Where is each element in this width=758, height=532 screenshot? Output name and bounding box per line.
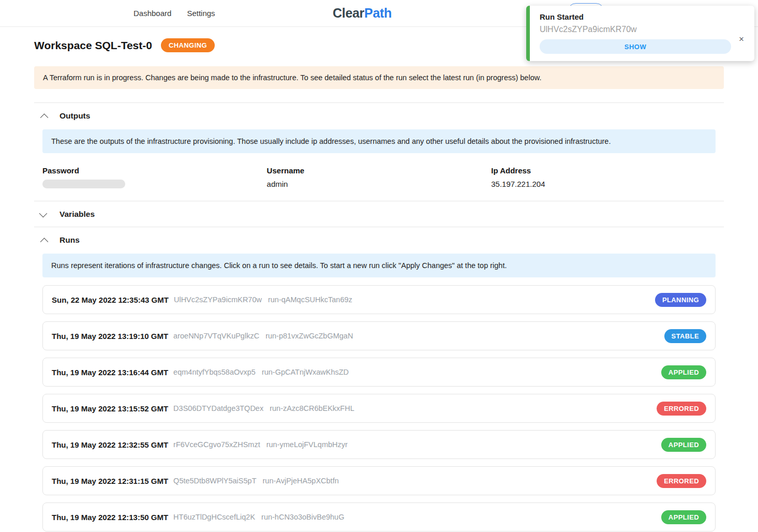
run-id: run-hCN3o3oBivBe9huG bbox=[261, 513, 344, 521]
nav-item-settings[interactable]: Settings bbox=[187, 9, 215, 18]
runs-info-box: Runs represent iterations of infrastruct… bbox=[42, 254, 716, 277]
run-status-badge: APPLIED bbox=[661, 438, 706, 452]
workspace-status-badge: CHANGING bbox=[161, 38, 215, 52]
output-field-username: Username admin bbox=[267, 166, 492, 188]
run-status-badge: PLANNING bbox=[655, 293, 706, 307]
run-workspace-id: UlHVc2sZYPa9icmKR70w bbox=[174, 295, 262, 304]
logo-text-clear: Clear bbox=[333, 6, 364, 20]
run-timestamp: Thu, 19 May 2022 13:16:44 GMT bbox=[52, 368, 168, 377]
run-timestamp: Thu, 19 May 2022 13:19:10 GMT bbox=[52, 332, 168, 341]
run-workspace-id: D3S06DTYDatdge3TQDex bbox=[173, 404, 263, 412]
logo-text-path: Path bbox=[364, 6, 392, 20]
run-started-toast: Run Started UlHVc2sZYPa9icmKR70w SHOW × bbox=[526, 6, 754, 61]
section-runs: Runs Runs represent iterations of infras… bbox=[34, 227, 724, 532]
run-row[interactable]: Thu, 19 May 2022 13:16:44 GMT eqm4ntyfYb… bbox=[42, 358, 716, 387]
run-id: run-p81vxZwGcZbGMgaN bbox=[265, 332, 353, 340]
outputs-section-header[interactable]: Outputs bbox=[34, 103, 724, 128]
run-timestamp: Sun, 22 May 2022 12:35:43 GMT bbox=[52, 295, 169, 304]
run-workspace-id: eqm4ntyfYbqs58aOvxp5 bbox=[173, 368, 256, 376]
run-status-badge: ERRORED bbox=[657, 474, 706, 488]
run-id: run-ymeLojFVLqmbHzyr bbox=[266, 440, 348, 449]
run-timestamp: Thu, 19 May 2022 12:13:50 GMT bbox=[52, 513, 168, 522]
run-row[interactable]: Thu, 19 May 2022 12:32:55 GMT rF6VceGCgv… bbox=[42, 430, 716, 459]
run-row[interactable]: Sun, 22 May 2022 12:35:43 GMT UlHVc2sZYP… bbox=[42, 285, 716, 314]
run-id: run-GpCATnjWxawKhsZD bbox=[262, 368, 349, 376]
run-workspace-id: aroeNNp7VTqVKuPglkzC bbox=[173, 332, 259, 340]
run-row[interactable]: Thu, 19 May 2022 13:19:10 GMT aroeNNp7VT… bbox=[42, 321, 716, 350]
variables-section-header[interactable]: Variables bbox=[34, 201, 724, 227]
run-id: run-qAMqcSUHkcTan69z bbox=[268, 295, 352, 304]
run-workspace-id: rF6VceGCgvo75xZHSmzt bbox=[173, 440, 260, 449]
runs-section-header[interactable]: Runs bbox=[34, 227, 724, 253]
output-field-ip-address: Ip Address 35.197.221.204 bbox=[491, 166, 716, 188]
chevron-up-icon bbox=[40, 238, 49, 246]
run-row[interactable]: Thu, 19 May 2022 12:13:50 GMT HT6uzTlDgH… bbox=[42, 503, 716, 531]
run-status-badge: APPLIED bbox=[661, 365, 706, 379]
toast-accent-bar bbox=[526, 6, 530, 61]
nav-links: Dashboard Settings bbox=[133, 9, 215, 18]
runs-section-title: Runs bbox=[60, 235, 80, 245]
field-label: Password bbox=[42, 166, 267, 175]
outputs-info-box: These are the outputs of the infrastruct… bbox=[42, 129, 716, 153]
field-value: admin bbox=[267, 180, 492, 188]
outputs-fields: Password Username admin Ip Address 35.19… bbox=[42, 166, 716, 188]
terraform-run-alert: A Terraform run is in progress. Changes … bbox=[34, 66, 724, 89]
run-workspace-id: Q5te5Dtb8WPlY5aiS5pT bbox=[173, 477, 256, 485]
run-id: run-zAzc8CR6bEKkxFHL bbox=[270, 404, 354, 412]
show-button[interactable]: SHOW bbox=[540, 39, 731, 54]
run-row[interactable]: Thu, 19 May 2022 12:31:15 GMT Q5te5Dtb8W… bbox=[42, 466, 716, 495]
outputs-section-title: Outputs bbox=[60, 111, 90, 121]
run-timestamp: Thu, 19 May 2022 13:15:52 GMT bbox=[52, 404, 168, 413]
output-field-password: Password bbox=[42, 166, 267, 188]
app-logo: ClearPath bbox=[333, 6, 392, 21]
section-variables: Variables bbox=[34, 201, 724, 227]
run-timestamp: Thu, 19 May 2022 12:32:55 GMT bbox=[52, 440, 168, 449]
toast-run-id: UlHVc2sZYPa9icmKR70w bbox=[540, 25, 744, 34]
run-timestamp: Thu, 19 May 2022 12:31:15 GMT bbox=[52, 477, 168, 485]
field-label: Ip Address bbox=[491, 166, 716, 175]
field-label: Username bbox=[267, 166, 492, 175]
run-status-badge: STABLE bbox=[664, 329, 706, 343]
redacted-password-value bbox=[42, 180, 125, 188]
field-value: 35.197.221.204 bbox=[491, 180, 716, 188]
run-row[interactable]: Thu, 19 May 2022 13:15:52 GMT D3S06DTYDa… bbox=[42, 394, 716, 423]
close-icon[interactable]: × bbox=[739, 35, 744, 43]
runs-list: Sun, 22 May 2022 12:35:43 GMT UlHVc2sZYP… bbox=[42, 285, 716, 531]
run-id: run-AvjPjeHA5pXCbtfn bbox=[263, 477, 339, 485]
run-status-badge: ERRORED bbox=[657, 402, 706, 416]
chevron-down-icon bbox=[39, 209, 48, 217]
toast-title: Run Started bbox=[540, 12, 744, 21]
run-workspace-id: HT6uzTlDgHCscefLiq2K bbox=[173, 513, 255, 521]
page-title: Workspace SQL-Test-0 bbox=[34, 39, 152, 52]
chevron-up-icon bbox=[40, 113, 49, 122]
run-status-badge: APPLIED bbox=[661, 510, 706, 524]
section-outputs: Outputs These are the outputs of the inf… bbox=[34, 102, 724, 201]
nav-item-dashboard[interactable]: Dashboard bbox=[133, 9, 171, 18]
variables-section-title: Variables bbox=[60, 210, 95, 219]
